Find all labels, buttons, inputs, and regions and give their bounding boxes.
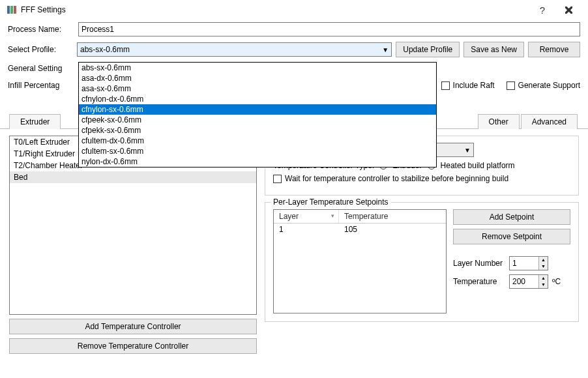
col-layer-header[interactable]: Layer ▾: [274, 210, 339, 223]
profile-selected-value: abs-sx-0.6mm: [80, 45, 382, 54]
remove-profile-button[interactable]: Remove: [528, 42, 580, 57]
include-raft-label: Include Raft: [453, 81, 495, 90]
add-temp-controller-button[interactable]: Add Temperature Controller: [9, 319, 257, 334]
profile-combobox[interactable]: abs-sx-0.6mm ▼: [77, 42, 392, 57]
select-profile-label: Select Profile:: [8, 45, 73, 54]
generate-support-checkbox[interactable]: Generate Support: [507, 81, 580, 90]
wait-stabilize-checkbox[interactable]: Wait for temperature controller to stabi…: [273, 174, 508, 183]
process-name-input[interactable]: [78, 22, 580, 36]
checkbox-box-icon: [273, 175, 282, 183]
svg-rect-0: [7, 6, 10, 14]
profile-option[interactable]: cfultem-dx-0.6mm: [79, 136, 436, 146]
spinner-up-icon[interactable]: ▲: [539, 275, 548, 282]
profile-dropdown[interactable]: abs-sx-0.6mmasa-dx-0.6mmasa-sx-0.6mmcfny…: [78, 62, 437, 167]
setpoint-row[interactable]: 1105: [274, 224, 446, 235]
layer-number-label: Layer Number: [453, 259, 505, 268]
save-as-new-button[interactable]: Save as New: [463, 42, 524, 57]
profile-option[interactable]: abs-sx-0.6mm: [79, 63, 436, 73]
profile-option[interactable]: asa-sx-0.6mm: [79, 83, 436, 94]
tab-advanced[interactable]: Advanced: [521, 114, 578, 129]
svg-rect-1: [10, 6, 13, 14]
profile-option[interactable]: cfpekk-sx-0.6mm: [79, 125, 436, 136]
profile-option[interactable]: cfnylon-sx-0.6mm: [79, 104, 436, 115]
close-button[interactable]: 🗙: [555, 5, 581, 16]
profile-option[interactable]: cfultem-sx-0.6mm: [79, 146, 436, 156]
profile-option[interactable]: cfpeek-sx-0.6mm: [79, 115, 436, 125]
temperature-label: Temperature: [453, 277, 505, 286]
spinner-up-icon[interactable]: ▲: [539, 257, 548, 263]
sort-down-icon: ▾: [331, 212, 334, 219]
profile-option[interactable]: nylon-dx-0.6mm: [79, 156, 436, 167]
remove-setpoint-button[interactable]: Remove Setpoint: [453, 229, 570, 244]
app-icon: [7, 5, 17, 15]
spinner-down-icon[interactable]: ▼: [539, 282, 548, 288]
profile-option[interactable]: asa-dx-0.6mm: [79, 73, 436, 83]
general-settings-label: General Setting: [8, 64, 62, 73]
process-name-label: Process Name:: [8, 25, 73, 34]
chevron-down-icon: ▼: [464, 147, 471, 154]
tab-extruder[interactable]: Extruder: [9, 114, 61, 129]
checkbox-box-icon: [507, 81, 515, 90]
help-button[interactable]: ?: [529, 5, 555, 16]
temperature-unit: ºC: [552, 277, 561, 286]
temperature-spinner[interactable]: 200 ▲▼: [509, 274, 548, 289]
setpoints-legend: Per-Layer Temperature Setpoints: [271, 197, 391, 207]
add-setpoint-button[interactable]: Add Setpoint: [453, 209, 570, 225]
svg-rect-2: [14, 6, 16, 14]
include-raft-checkbox[interactable]: Include Raft: [441, 81, 495, 90]
temp-controller-item[interactable]: Bed: [10, 171, 256, 183]
generate-support-label: Generate Support: [518, 81, 580, 90]
tab-other[interactable]: Other: [478, 114, 520, 129]
setpoint-table[interactable]: Layer ▾ Temperature 1105: [273, 209, 447, 313]
infill-percentage-label: Infill Percentag: [8, 81, 59, 90]
chevron-down-icon: ▼: [382, 46, 389, 53]
spinner-down-icon[interactable]: ▼: [539, 263, 548, 270]
window-title: FFF Settings: [21, 5, 529, 14]
update-profile-button[interactable]: Update Profile: [396, 42, 460, 57]
temperature-value: 200: [510, 277, 538, 286]
layer-number-value: 1: [510, 259, 538, 268]
checkbox-box-icon: [441, 81, 450, 90]
wait-stabilize-label: Wait for temperature controller to stabi…: [285, 174, 508, 183]
layer-number-spinner[interactable]: 1 ▲▼: [509, 256, 548, 270]
col-temp-header[interactable]: Temperature: [339, 210, 393, 223]
remove-temp-controller-button[interactable]: Remove Temperature Controller: [9, 338, 257, 354]
radio-heated-label: Heated build platform: [441, 161, 515, 170]
profile-option[interactable]: cfnylon-dx-0.6mm: [79, 94, 436, 104]
